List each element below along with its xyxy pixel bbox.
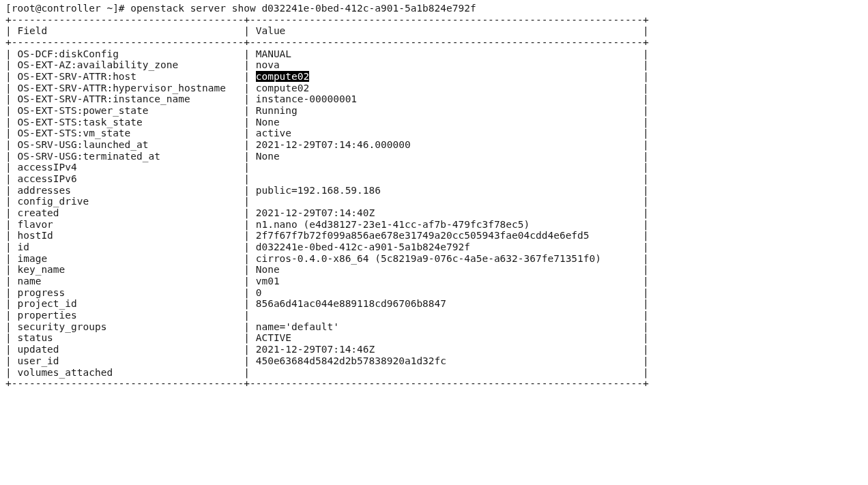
table-row: | config_drive | |	[5, 196, 649, 207]
highlighted-value: compute02	[256, 71, 310, 82]
table-row: | OS-EXT-SRV-ATTR:hypervisor_hostname | …	[5, 83, 649, 93]
table-row: | OS-EXT-SRV-ATTR:instance_name | instan…	[5, 93, 649, 104]
value-cell	[256, 310, 637, 321]
table-row: | properties | |	[5, 310, 649, 321]
field-cell: properties	[17, 310, 237, 321]
field-cell: updated	[17, 344, 237, 355]
field-cell: config_drive	[17, 196, 237, 207]
table-row: | OS-EXT-AZ:availability_zone | nova |	[5, 59, 649, 70]
table-row: | project_id | 856a6d41ac044e889118cd967…	[5, 298, 649, 309]
field-cell: hostId	[17, 230, 237, 241]
field-cell: volumes_attached	[17, 367, 237, 378]
field-cell: key_name	[17, 264, 237, 275]
field-cell: OS-EXT-STS:vm_state	[17, 128, 237, 138]
value-cell: cirros-0.4.0-x86_64 (5c8219a9-076c-4a5e-…	[256, 253, 637, 264]
table-row: | key_name | None |	[5, 264, 649, 275]
table-row: | hostId | 2f7f67f7b72f099a856ae678e3174…	[5, 230, 649, 241]
table-row: | accessIPv4 | |	[5, 162, 649, 173]
field-cell: OS-EXT-STS:task_state	[17, 117, 237, 128]
value-cell: MANUAL	[256, 48, 637, 59]
table-row: | OS-SRV-USG:launched_at | 2021-12-29T07…	[5, 139, 649, 150]
value-cell	[256, 196, 637, 207]
value-cell: 856a6d41ac044e889118cd96706b8847	[256, 298, 637, 309]
value-cell: 450e63684d5842d2b57838920a1d32fc	[256, 355, 637, 366]
table-row: | accessIPv6 | |	[5, 173, 649, 184]
value-cell: 2f7f67f7b72f099a856ae678e31749a20cc50594…	[256, 230, 637, 241]
table-row: | OS-DCF:diskConfig | MANUAL |	[5, 48, 649, 59]
column-header-value: Value	[256, 25, 637, 36]
field-cell: OS-EXT-SRV-ATTR:hypervisor_hostname	[17, 83, 237, 93]
field-cell: accessIPv6	[17, 173, 237, 184]
value-cell: 2021-12-29T07:14:46.000000	[256, 139, 637, 150]
table-row: | name | vm01 |	[5, 276, 649, 286]
table-border: +---------------------------------------…	[5, 37, 649, 48]
value-cell: Running	[256, 105, 637, 116]
field-cell: OS-EXT-AZ:availability_zone	[17, 59, 237, 70]
value-cell: ACTIVE	[256, 332, 637, 343]
table-row: | image | cirros-0.4.0-x86_64 (5c8219a9-…	[5, 253, 649, 264]
table-row: | OS-SRV-USG:terminated_at | None |	[5, 151, 649, 162]
value-cell: n1.nano (e4d38127-23e1-41cc-af7b-479fc3f…	[256, 219, 637, 230]
table-row: | status | ACTIVE |	[5, 332, 649, 343]
field-cell: image	[17, 253, 237, 264]
value-cell: public=192.168.59.186	[256, 185, 637, 196]
field-cell: project_id	[17, 298, 237, 309]
shell-command[interactable]: openstack server show d032241e-0bed-412c…	[130, 3, 476, 14]
field-cell: id	[17, 241, 237, 252]
table-border: +---------------------------------------…	[5, 378, 649, 389]
table-row: | OS-EXT-STS:power_state | Running |	[5, 105, 649, 116]
table-row: | flavor | n1.nano (e4d38127-23e1-41cc-a…	[5, 219, 649, 230]
value-cell: compute02	[256, 83, 637, 93]
value-cell	[256, 173, 637, 184]
field-cell: user_id	[17, 355, 237, 366]
terminal-output: [root@controller ~]# openstack server sh…	[0, 0, 868, 392]
field-cell: OS-SRV-USG:launched_at	[17, 139, 237, 150]
field-cell: created	[17, 207, 237, 218]
table-row: | updated | 2021-12-29T07:14:46Z |	[5, 344, 649, 355]
field-cell: progress	[17, 287, 237, 298]
value-cell: None	[256, 264, 637, 275]
value-cell: 2021-12-29T07:14:40Z	[256, 207, 637, 218]
value-cell: 2021-12-29T07:14:46Z	[256, 344, 637, 355]
field-cell: OS-EXT-SRV-ATTR:instance_name	[17, 93, 237, 104]
table-border: +---------------------------------------…	[5, 14, 649, 25]
column-header-field: Field	[17, 25, 237, 36]
table-header-row: | Field | Value |	[5, 25, 649, 36]
value-cell: d032241e-0bed-412c-a901-5a1b824e792f	[256, 241, 637, 252]
value-cell: active	[256, 128, 637, 138]
table-row: | OS-EXT-STS:task_state | None |	[5, 117, 649, 128]
value-cell: instance-00000001	[256, 93, 637, 104]
table-row: | progress | 0 |	[5, 287, 649, 298]
table-row: | created | 2021-12-29T07:14:40Z |	[5, 207, 649, 218]
field-cell: name	[17, 276, 237, 286]
field-cell: accessIPv4	[17, 162, 237, 173]
field-cell: OS-SRV-USG:terminated_at	[17, 151, 237, 162]
table-row: | user_id | 450e63684d5842d2b57838920a1d…	[5, 355, 649, 366]
table-row: | addresses | public=192.168.59.186 |	[5, 185, 649, 196]
field-cell: flavor	[17, 219, 237, 230]
table-row: | OS-EXT-STS:vm_state | active |	[5, 128, 649, 138]
value-cell: nova	[256, 59, 637, 70]
table-row: | OS-EXT-SRV-ATTR:host | compute02 |	[5, 71, 649, 82]
value-cell: vm01	[256, 276, 637, 286]
value-cell: compute02	[256, 71, 637, 82]
value-cell	[256, 162, 637, 173]
table-row: | id | d032241e-0bed-412c-a901-5a1b824e7…	[5, 241, 649, 252]
field-cell: OS-EXT-SRV-ATTR:host	[17, 71, 237, 82]
value-cell: None	[256, 117, 637, 128]
table-row: | security_groups | name='default' |	[5, 321, 649, 332]
value-cell: name='default'	[256, 321, 637, 332]
field-cell: security_groups	[17, 321, 237, 332]
value-cell: 0	[256, 287, 637, 298]
field-cell: OS-DCF:diskConfig	[17, 48, 237, 59]
value-cell	[256, 367, 637, 378]
shell-prompt: [root@controller ~]#	[5, 3, 130, 14]
field-cell: OS-EXT-STS:power_state	[17, 105, 237, 116]
field-cell: addresses	[17, 185, 237, 196]
field-cell: status	[17, 332, 237, 343]
value-cell: None	[256, 151, 637, 162]
table-row: | volumes_attached | |	[5, 367, 649, 378]
